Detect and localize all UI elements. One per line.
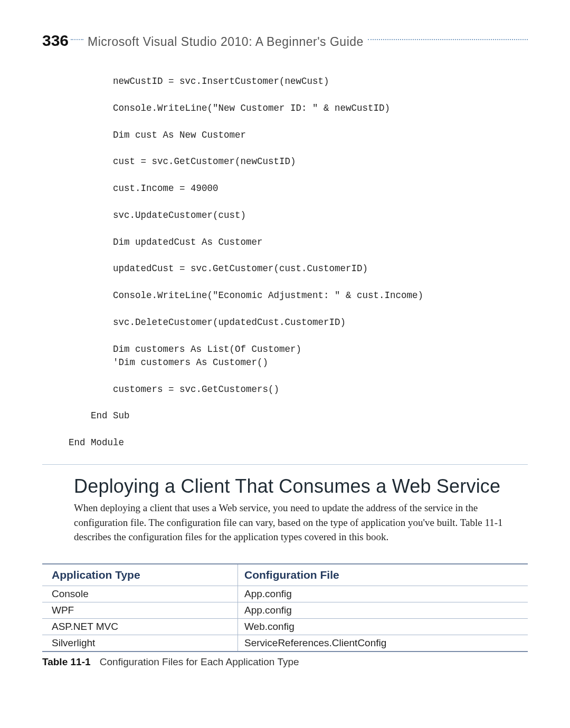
table-caption: Table 11-1 Configuration Files for Each …	[42, 656, 528, 668]
table-cell: Silverlight	[42, 635, 238, 652]
section-rule	[42, 464, 528, 465]
section-title: Deploying a Client That Consumes a Web S…	[74, 475, 528, 497]
table-row: Console App.config	[42, 586, 528, 602]
running-title: Microsoft Visual Studio 2010: A Beginner…	[88, 35, 364, 49]
header-dots-right	[368, 39, 528, 40]
section-body: When deploying a client that uses a Web …	[74, 501, 528, 544]
header-dots-left	[71, 39, 83, 40]
table-caption-label: Table 11-1	[42, 656, 91, 667]
table-cell: App.config	[238, 602, 528, 618]
page: 336 Microsoft Visual Studio 2010: A Begi…	[0, 0, 570, 728]
table-header-configfile: Configuration File	[238, 564, 528, 586]
table-header-row: Application Type Configuration File	[42, 564, 528, 586]
table-cell: App.config	[238, 586, 528, 602]
page-number: 336	[42, 32, 69, 50]
table-cell: ServiceReferences.ClientConfig	[238, 635, 528, 652]
code-listing: newCustID = svc.InsertCustomer(newCust) …	[69, 75, 528, 455]
table-cell: ASP.NET MVC	[42, 618, 238, 635]
table-caption-text: Configuration Files for Each Application…	[100, 656, 299, 667]
table-cell: Console	[42, 586, 238, 602]
table-cell: Web.config	[238, 618, 528, 635]
table-header-apptype: Application Type	[42, 564, 238, 586]
config-table: Application Type Configuration File Cons…	[42, 563, 528, 652]
running-head: 336 Microsoft Visual Studio 2010: A Begi…	[42, 32, 528, 50]
table-cell: WPF	[42, 602, 238, 618]
table-row: WPF App.config	[42, 602, 528, 618]
table-row: ASP.NET MVC Web.config	[42, 618, 528, 635]
table-row: Silverlight ServiceReferences.ClientConf…	[42, 635, 528, 652]
